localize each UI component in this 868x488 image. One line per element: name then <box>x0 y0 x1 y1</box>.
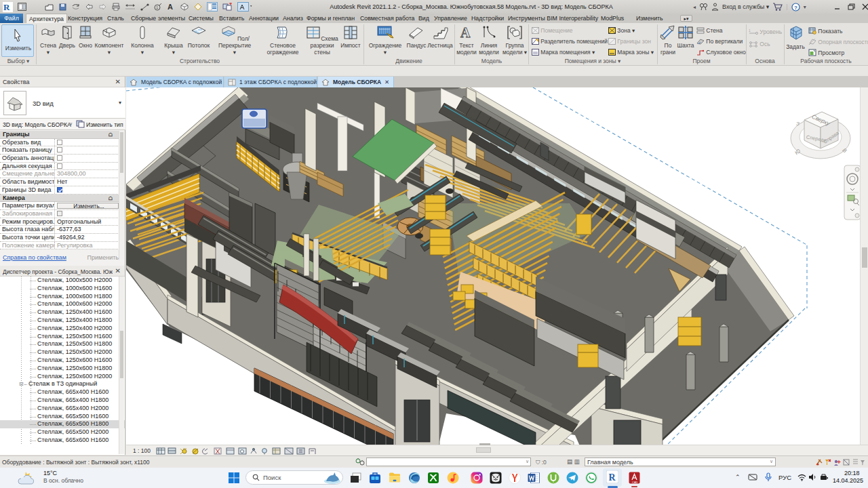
svg-text:З: З <box>796 121 800 127</box>
svg-text:R: R <box>3 2 10 12</box>
svg-text:A: A <box>460 25 471 40</box>
svg-text:?: ? <box>794 4 797 10</box>
svg-text:1: 1 <box>156 5 159 9</box>
svg-text:1: 1 <box>749 28 751 33</box>
